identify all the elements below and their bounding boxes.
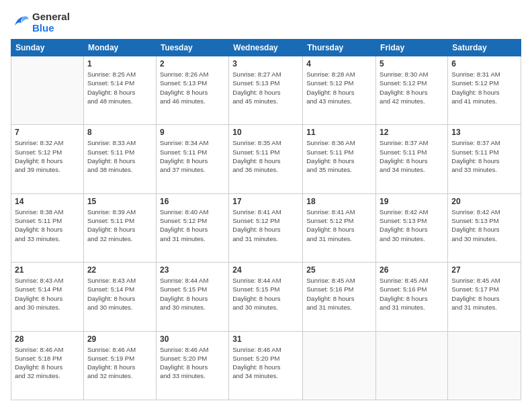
day-info: Sunrise: 8:26 AM Sunset: 5:13 PM Dayligh… xyxy=(160,70,225,105)
calendar-cell: 6Sunrise: 8:31 AM Sunset: 5:12 PM Daylig… xyxy=(448,56,521,125)
calendar-cell xyxy=(376,331,448,400)
day-number: 27 xyxy=(451,265,517,275)
day-number: 25 xyxy=(306,265,372,275)
day-number: 1 xyxy=(87,59,152,68)
calendar-cell xyxy=(448,331,521,400)
day-info: Sunrise: 8:43 AM Sunset: 5:14 PM Dayligh… xyxy=(15,276,80,312)
calendar-cell: 10Sunrise: 8:35 AM Sunset: 5:11 PM Dayli… xyxy=(229,125,303,193)
calendar-cell: 4Sunrise: 8:28 AM Sunset: 5:12 PM Daylig… xyxy=(303,56,376,125)
day-info: Sunrise: 8:41 AM Sunset: 5:12 PM Dayligh… xyxy=(306,208,372,243)
header: General Blue xyxy=(11,11,521,34)
day-number: 6 xyxy=(451,59,517,68)
day-info: Sunrise: 8:46 AM Sunset: 5:20 PM Dayligh… xyxy=(160,345,225,381)
calendar-week-row: 28Sunrise: 8:46 AM Sunset: 5:18 PM Dayli… xyxy=(11,331,521,400)
day-info: Sunrise: 8:39 AM Sunset: 5:11 PM Dayligh… xyxy=(87,208,152,243)
day-info: Sunrise: 8:45 AM Sunset: 5:17 PM Dayligh… xyxy=(451,276,517,312)
calendar-cell: 31Sunrise: 8:46 AM Sunset: 5:20 PM Dayli… xyxy=(229,331,303,400)
day-info: Sunrise: 8:43 AM Sunset: 5:14 PM Dayligh… xyxy=(87,276,152,312)
day-info: Sunrise: 8:31 AM Sunset: 5:12 PM Dayligh… xyxy=(451,70,517,105)
day-number: 17 xyxy=(232,197,299,206)
calendar-cell: 30Sunrise: 8:46 AM Sunset: 5:20 PM Dayli… xyxy=(156,331,228,400)
calendar-cell: 24Sunrise: 8:44 AM Sunset: 5:15 PM Dayli… xyxy=(229,263,303,331)
calendar-cell: 21Sunrise: 8:43 AM Sunset: 5:14 PM Dayli… xyxy=(11,263,84,331)
day-number: 26 xyxy=(380,265,444,275)
day-number: 9 xyxy=(160,128,225,137)
day-number: 14 xyxy=(15,197,80,206)
calendar-cell: 13Sunrise: 8:37 AM Sunset: 5:11 PM Dayli… xyxy=(448,125,521,193)
day-info: Sunrise: 8:42 AM Sunset: 5:13 PM Dayligh… xyxy=(451,208,517,243)
calendar-cell: 26Sunrise: 8:45 AM Sunset: 5:16 PM Dayli… xyxy=(376,263,448,331)
day-info: Sunrise: 8:40 AM Sunset: 5:12 PM Dayligh… xyxy=(160,208,225,243)
weekday-header: Saturday xyxy=(448,40,521,56)
calendar-cell: 2Sunrise: 8:26 AM Sunset: 5:13 PM Daylig… xyxy=(156,56,228,125)
calendar-cell: 7Sunrise: 8:32 AM Sunset: 5:12 PM Daylig… xyxy=(11,125,84,193)
day-number: 5 xyxy=(380,59,444,68)
day-number: 23 xyxy=(160,265,225,275)
day-number: 22 xyxy=(87,265,152,275)
weekday-header: Sunday xyxy=(11,40,84,56)
day-info: Sunrise: 8:45 AM Sunset: 5:16 PM Dayligh… xyxy=(306,276,372,312)
calendar-cell: 1Sunrise: 8:25 AM Sunset: 5:14 PM Daylig… xyxy=(83,56,156,125)
day-info: Sunrise: 8:28 AM Sunset: 5:12 PM Dayligh… xyxy=(306,70,372,105)
calendar-cell: 15Sunrise: 8:39 AM Sunset: 5:11 PM Dayli… xyxy=(83,193,156,262)
calendar-header-row: SundayMondayTuesdayWednesdayThursdayFrid… xyxy=(11,40,521,56)
calendar-cell: 23Sunrise: 8:44 AM Sunset: 5:15 PM Dayli… xyxy=(156,263,228,331)
weekday-header: Wednesday xyxy=(229,40,303,56)
calendar-cell: 19Sunrise: 8:42 AM Sunset: 5:13 PM Dayli… xyxy=(376,193,448,262)
day-info: Sunrise: 8:30 AM Sunset: 5:12 PM Dayligh… xyxy=(380,70,444,105)
calendar-cell: 25Sunrise: 8:45 AM Sunset: 5:16 PM Dayli… xyxy=(303,263,376,331)
logo-text: General Blue xyxy=(32,11,70,34)
day-info: Sunrise: 8:27 AM Sunset: 5:13 PM Dayligh… xyxy=(232,70,299,105)
day-number: 10 xyxy=(232,128,299,137)
weekday-header: Thursday xyxy=(303,40,376,56)
calendar-week-row: 21Sunrise: 8:43 AM Sunset: 5:14 PM Dayli… xyxy=(11,263,521,331)
calendar-cell: 11Sunrise: 8:36 AM Sunset: 5:11 PM Dayli… xyxy=(303,125,376,193)
day-info: Sunrise: 8:37 AM Sunset: 5:11 PM Dayligh… xyxy=(451,138,517,174)
day-info: Sunrise: 8:46 AM Sunset: 5:19 PM Dayligh… xyxy=(87,345,152,381)
day-info: Sunrise: 8:35 AM Sunset: 5:11 PM Dayligh… xyxy=(232,138,299,174)
calendar-cell: 5Sunrise: 8:30 AM Sunset: 5:12 PM Daylig… xyxy=(376,56,448,125)
day-info: Sunrise: 8:32 AM Sunset: 5:12 PM Dayligh… xyxy=(15,138,80,174)
calendar-cell: 9Sunrise: 8:34 AM Sunset: 5:11 PM Daylig… xyxy=(156,125,228,193)
weekday-header: Monday xyxy=(83,40,156,56)
calendar-cell: 16Sunrise: 8:40 AM Sunset: 5:12 PM Dayli… xyxy=(156,193,228,262)
day-number: 29 xyxy=(87,334,152,344)
day-number: 18 xyxy=(306,197,372,206)
page: General Blue SundayMondayTuesdayWednesda… xyxy=(0,0,532,411)
day-info: Sunrise: 8:25 AM Sunset: 5:14 PM Dayligh… xyxy=(87,70,152,105)
day-info: Sunrise: 8:33 AM Sunset: 5:11 PM Dayligh… xyxy=(87,138,152,174)
weekday-header: Tuesday xyxy=(156,40,228,56)
weekday-header: Friday xyxy=(376,40,448,56)
day-info: Sunrise: 8:41 AM Sunset: 5:12 PM Dayligh… xyxy=(232,208,299,243)
day-number: 15 xyxy=(87,197,152,206)
calendar-cell: 12Sunrise: 8:37 AM Sunset: 5:11 PM Dayli… xyxy=(376,125,448,193)
calendar-cell: 14Sunrise: 8:38 AM Sunset: 5:11 PM Dayli… xyxy=(11,193,84,262)
day-number: 2 xyxy=(160,59,225,68)
day-number: 28 xyxy=(15,334,80,344)
calendar-cell xyxy=(303,331,376,400)
day-number: 30 xyxy=(160,334,225,344)
day-info: Sunrise: 8:37 AM Sunset: 5:11 PM Dayligh… xyxy=(380,138,444,174)
calendar-cell: 20Sunrise: 8:42 AM Sunset: 5:13 PM Dayli… xyxy=(448,193,521,262)
day-info: Sunrise: 8:44 AM Sunset: 5:15 PM Dayligh… xyxy=(160,276,225,312)
day-info: Sunrise: 8:45 AM Sunset: 5:16 PM Dayligh… xyxy=(380,276,444,312)
logo-icon xyxy=(11,13,30,32)
day-info: Sunrise: 8:42 AM Sunset: 5:13 PM Dayligh… xyxy=(380,208,444,243)
day-info: Sunrise: 8:36 AM Sunset: 5:11 PM Dayligh… xyxy=(306,138,372,174)
day-number: 8 xyxy=(87,128,152,137)
day-number: 13 xyxy=(451,128,517,137)
calendar-week-row: 1Sunrise: 8:25 AM Sunset: 5:14 PM Daylig… xyxy=(11,56,521,125)
day-number: 3 xyxy=(232,59,299,68)
calendar-cell: 3Sunrise: 8:27 AM Sunset: 5:13 PM Daylig… xyxy=(229,56,303,125)
day-info: Sunrise: 8:44 AM Sunset: 5:15 PM Dayligh… xyxy=(232,276,299,312)
day-info: Sunrise: 8:46 AM Sunset: 5:18 PM Dayligh… xyxy=(15,345,80,381)
calendar-cell: 29Sunrise: 8:46 AM Sunset: 5:19 PM Dayli… xyxy=(83,331,156,400)
calendar-cell: 18Sunrise: 8:41 AM Sunset: 5:12 PM Dayli… xyxy=(303,193,376,262)
calendar-cell: 22Sunrise: 8:43 AM Sunset: 5:14 PM Dayli… xyxy=(83,263,156,331)
calendar-table: SundayMondayTuesdayWednesdayThursdayFrid… xyxy=(11,39,521,400)
day-number: 19 xyxy=(380,197,444,206)
calendar-week-row: 7Sunrise: 8:32 AM Sunset: 5:12 PM Daylig… xyxy=(11,125,521,193)
logo: General Blue xyxy=(11,11,70,34)
day-number: 11 xyxy=(306,128,372,137)
calendar-cell xyxy=(11,56,84,125)
